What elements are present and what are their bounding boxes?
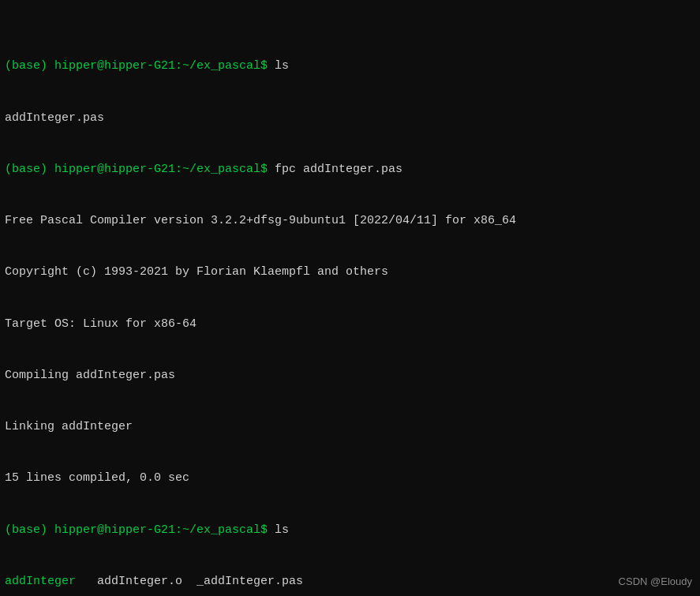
terminal[interactable]: (base) hipper@hipper-G21:~/ex_pascal$ ls… <box>0 0 700 596</box>
line-10: (base) hipper@hipper-G21:~/ex_pascal$ ls <box>5 522 695 539</box>
prompt-1: (base) hipper@hipper-G21:~/ex_pascal$ <box>5 59 268 73</box>
file-addinteger: addInteger <box>5 575 76 588</box>
line-8: Linking addInteger <box>5 418 695 436</box>
prompt-3: (base) hipper@hipper-G21:~/ex_pascal$ <box>5 163 268 176</box>
line-4: Free Pascal Compiler version 3.2.2+dfsg-… <box>5 212 695 230</box>
line-2: addInteger.pas <box>5 110 695 127</box>
watermark: CSDN @Eloudy <box>619 575 692 590</box>
line-5: Copyright (c) 1993-2021 by Florian Klaem… <box>5 264 695 281</box>
line-3: (base) hipper@hipper-G21:~/ex_pascal$ fp… <box>5 161 695 178</box>
line-9: 15 lines compiled, 0.0 sec <box>5 470 695 487</box>
line-7: Compiling addInteger.pas <box>5 367 695 384</box>
line-6: Target OS: Linux for x86-64 <box>5 316 695 333</box>
line-1: (base) hipper@hipper-G21:~/ex_pascal$ ls <box>5 58 695 75</box>
prompt-10: (base) hipper@hipper-G21:~/ex_pascal$ <box>5 523 268 537</box>
line-11: addInteger addInteger.o _addInteger.pas <box>5 573 695 590</box>
